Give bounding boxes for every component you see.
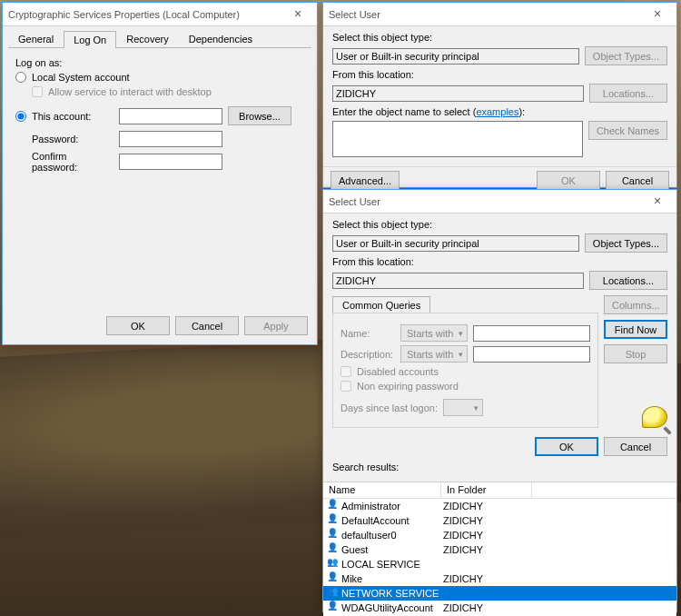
user-icon <box>327 543 340 556</box>
tab-general[interactable]: General <box>8 30 64 47</box>
search-icon <box>642 406 667 428</box>
this-account-input[interactable] <box>119 108 222 124</box>
result-folder: ZIDICHY <box>443 544 483 555</box>
enter-name-label: Enter the object name to select (example… <box>332 106 667 117</box>
result-row[interactable]: NETWORK SERVICE <box>323 586 676 601</box>
confirm-password-input[interactable]: ••••••••••••••• <box>119 154 222 170</box>
close-icon[interactable]: × <box>644 193 671 211</box>
name-filter-label: Name: <box>340 328 395 339</box>
titlebar[interactable]: Cryptographic Services Properties (Local… <box>3 3 317 26</box>
result-folder: ZIDICHY <box>443 501 483 512</box>
ok-button[interactable]: OK <box>535 437 598 456</box>
apply-button: Apply <box>244 316 308 335</box>
user-icon <box>327 500 340 512</box>
chevron-down-icon: ▾ <box>459 329 463 338</box>
name-filter-combo: Starts with▾ <box>400 324 468 342</box>
result-name: defaultuser0 <box>341 530 443 541</box>
from-location-field <box>332 273 584 289</box>
result-folder: ZIDICHY <box>443 515 483 526</box>
user-icon <box>327 514 340 527</box>
result-name: LOCAL SERVICE <box>341 559 443 570</box>
chevron-down-icon: ▾ <box>459 350 463 359</box>
from-location-field <box>332 85 584 102</box>
from-location-label: From this location: <box>332 69 667 80</box>
tab-recovery[interactable]: Recovery <box>116 30 178 47</box>
result-folder: ZIDICHY <box>443 602 483 613</box>
object-type-label: Select this object type: <box>332 219 667 230</box>
checkbox-interact-label: Allow service to interact with desktop <box>48 86 212 97</box>
results-header: Name In Folder <box>323 482 676 499</box>
ok-button[interactable]: OK <box>106 316 170 335</box>
window-title: Cryptographic Services Properties (Local… <box>8 9 284 20</box>
window-title: Select User <box>329 196 644 207</box>
stop-button: Stop <box>604 344 667 363</box>
ok-button: OK <box>537 171 600 190</box>
object-name-input[interactable] <box>332 121 583 157</box>
result-row[interactable]: DefaultAccountZIDICHY <box>323 513 676 528</box>
close-icon[interactable]: × <box>644 5 671 24</box>
result-name: NETWORK SERVICE <box>341 588 443 599</box>
result-name: Administrator <box>341 501 443 512</box>
chevron-down-icon: ▾ <box>474 403 479 412</box>
advanced-button[interactable]: Advanced... <box>331 171 400 190</box>
logon-pane: Log on as: Local System account Allow se… <box>3 48 317 185</box>
non-expiring-label: Non expiring password <box>357 381 459 392</box>
tab-common-queries[interactable]: Common Queries <box>332 296 430 313</box>
object-types-button[interactable]: Object Types... <box>585 233 667 253</box>
locations-button: Locations... <box>589 84 667 103</box>
columns-button: Columns... <box>604 295 667 314</box>
result-row[interactable]: AdministratorZIDICHY <box>323 499 676 513</box>
search-results-label: Search results: <box>332 462 667 472</box>
examples-link[interactable]: examples <box>476 106 518 117</box>
checkbox-non-expiring <box>340 381 351 392</box>
close-icon[interactable]: × <box>284 5 311 24</box>
search-results-list[interactable]: Name In Folder AdministratorZIDICHYDefau… <box>323 482 676 616</box>
result-name: WDAGUtilityAccount <box>341 602 443 613</box>
tab-logon[interactable]: Log On <box>64 31 116 48</box>
result-row[interactable]: GuestZIDICHY <box>323 542 676 557</box>
description-filter-combo: Starts with▾ <box>400 345 468 363</box>
result-folder: ZIDICHY <box>443 573 483 584</box>
window-title: Select User <box>329 9 644 20</box>
column-folder-header[interactable]: In Folder <box>441 482 532 498</box>
password-input[interactable]: ••••••••••••••• <box>119 131 222 147</box>
checkbox-disabled-accounts <box>340 366 351 377</box>
password-label: Password: <box>32 134 114 144</box>
cancel-button[interactable]: Cancel <box>604 437 667 456</box>
user-icon <box>327 572 340 585</box>
tab-dependencies[interactable]: Dependencies <box>179 30 262 47</box>
select-user-advanced-window: Select User × Select this object type: O… <box>322 189 677 612</box>
group-icon <box>327 558 340 571</box>
result-name: Guest <box>341 544 443 555</box>
result-row[interactable]: LOCAL SERVICE <box>323 557 676 571</box>
result-folder: ZIDICHY <box>443 530 483 541</box>
find-now-button[interactable]: Find Now <box>604 320 667 339</box>
checkbox-interact-desktop <box>32 86 43 97</box>
radio-this-label: This account: <box>32 111 114 122</box>
cancel-button[interactable]: Cancel <box>175 316 239 335</box>
cancel-button[interactable]: Cancel <box>606 171 669 190</box>
select-user-simple-window: Select User × Select this object type: O… <box>322 2 677 188</box>
result-row[interactable]: WDAGUtilityAccountZIDICHY <box>323 601 676 615</box>
result-row[interactable]: defaultuser0ZIDICHY <box>323 528 676 542</box>
check-names-button: Check Names <box>588 121 667 140</box>
radio-this-account[interactable] <box>15 111 26 122</box>
titlebar[interactable]: Select User × <box>323 3 676 26</box>
browse-button[interactable]: Browse... <box>228 106 291 125</box>
result-name: Mike <box>341 573 443 584</box>
result-row[interactable]: MikeZIDICHY <box>323 571 676 586</box>
object-type-field <box>332 48 579 65</box>
days-since-combo: ▾ <box>443 399 483 416</box>
tab-strip: General Log On Recovery Dependencies <box>8 30 311 48</box>
from-location-label: From this location: <box>332 256 667 267</box>
user-icon <box>327 529 340 541</box>
radio-local-system[interactable] <box>15 72 26 83</box>
description-filter-label: Description: <box>340 349 395 360</box>
locations-button[interactable]: Locations... <box>589 271 667 290</box>
result-name: DefaultAccount <box>341 515 443 526</box>
days-since-label: Days since last logon: <box>340 402 438 413</box>
titlebar[interactable]: Select User × <box>323 190 676 214</box>
object-types-button: Object Types... <box>585 46 667 65</box>
properties-window: Cryptographic Services Properties (Local… <box>2 2 318 345</box>
column-name-header[interactable]: Name <box>323 482 441 498</box>
